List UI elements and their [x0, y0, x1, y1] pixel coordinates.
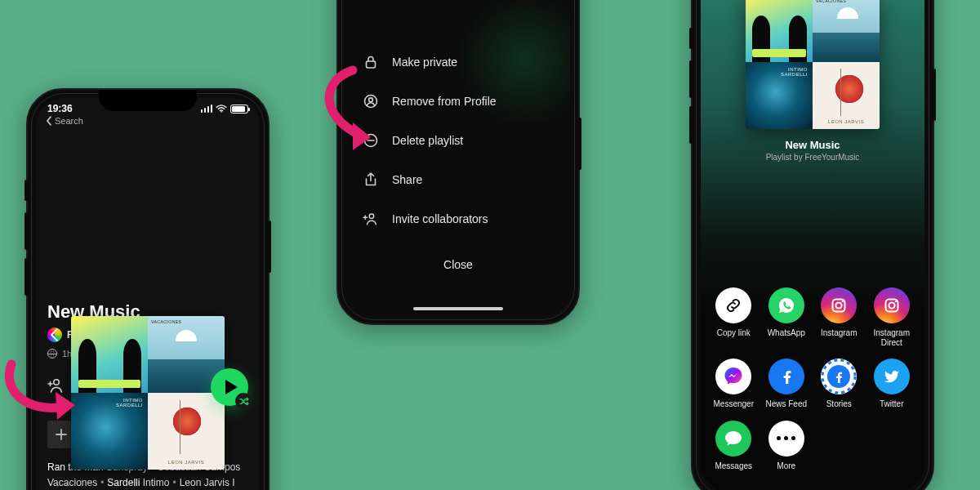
cover-tile-3: INTIMOSARDELLI — [71, 393, 148, 470]
svg-rect-2 — [367, 61, 376, 68]
svg-point-11 — [889, 302, 894, 308]
battery-icon — [230, 105, 248, 114]
status-time: 19:36 — [47, 103, 73, 114]
messages-icon — [715, 421, 751, 457]
whatsapp-icon — [768, 287, 804, 323]
more-icon — [768, 421, 804, 457]
svg-point-8 — [836, 302, 842, 308]
menu-delete-playlist[interactable]: Delete playlist — [363, 121, 554, 160]
menu-close[interactable]: Close — [435, 250, 481, 279]
add-collaborator-button[interactable] — [47, 377, 65, 397]
profile-remove-icon — [363, 93, 379, 109]
cover-tile-1 — [71, 316, 148, 393]
share-copy-link[interactable]: Copy link — [707, 287, 760, 347]
share-messenger[interactable]: Messenger — [707, 359, 760, 409]
share-stories[interactable]: Stories — [813, 359, 866, 409]
invite-icon — [363, 211, 379, 227]
share-twitter[interactable]: Twitter — [866, 359, 919, 409]
share-instagram[interactable]: Instagram — [813, 287, 866, 347]
twitter-icon — [874, 359, 910, 394]
instagram-direct-icon — [874, 287, 910, 323]
messenger-icon — [715, 359, 751, 394]
context-menu: Make private Remove from Profile Delete … — [346, 42, 570, 279]
menu-make-private[interactable]: Make private — [363, 42, 554, 82]
share-whatsapp[interactable]: WhatsApp — [760, 287, 813, 347]
svg-point-6 — [369, 214, 373, 218]
menu-share[interactable]: Share — [363, 160, 554, 199]
plus-icon — [54, 427, 69, 442]
share-icon — [363, 172, 379, 188]
phone-share-sheet: VACACIONES INTIMOSARDELLI LEON JARVIS Ne… — [691, 0, 934, 490]
share-subtitle: Playlist by FreeYourMusic — [701, 153, 924, 162]
facebook-icon — [768, 359, 804, 394]
svg-point-4 — [369, 98, 373, 102]
share-title: New Music — [701, 139, 924, 151]
share-messages[interactable]: Messages — [707, 421, 760, 471]
share-cover: VACACIONES INTIMOSARDELLI LEON JARVIS — [746, 0, 880, 129]
svg-point-12 — [894, 301, 896, 302]
menu-invite-collaborators[interactable]: Invite collaborators — [363, 199, 554, 238]
wifi-icon — [216, 105, 227, 113]
svg-point-1 — [54, 380, 60, 385]
share-news-feed[interactable]: News Feed — [760, 359, 813, 409]
share-target-grid: Copy link WhatsApp Instagram Instagram D… — [701, 279, 924, 482]
svg-point-0 — [220, 111, 222, 113]
instagram-icon — [821, 287, 857, 323]
home-indicator[interactable] — [413, 307, 503, 310]
lock-icon — [363, 54, 379, 70]
back-button[interactable] — [47, 327, 62, 345]
globe-icon — [47, 349, 57, 359]
share-more[interactable]: More — [760, 421, 813, 471]
menu-remove-profile[interactable]: Remove from Profile — [363, 82, 554, 121]
signal-icon — [201, 105, 213, 113]
facebook-stories-icon — [821, 359, 857, 394]
back-to-search[interactable]: Search — [36, 116, 260, 126]
back-to-search-label: Search — [55, 116, 83, 126]
share-instagram-direct[interactable]: Instagram Direct — [866, 287, 919, 347]
svg-point-9 — [842, 301, 844, 302]
phone-context-menu: Make private Remove from Profile Delete … — [336, 0, 580, 325]
playlist-cover: VACACIONES INTIMOSARDELLI LEON JARVIS — [71, 316, 225, 470]
shuffle-toggle[interactable] — [235, 393, 252, 409]
minus-circle-icon — [363, 132, 379, 149]
link-icon — [715, 287, 751, 323]
phone-playlist: 19:36 Search VACACIONES INTIMOSAR — [26, 88, 270, 490]
